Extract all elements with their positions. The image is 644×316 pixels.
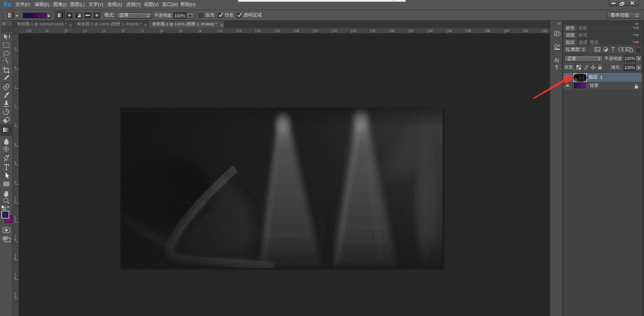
svg-text:(V): (V): [153, 3, 159, 7]
svg-text:24: 24: [352, 29, 356, 33]
svg-text:38: 38: [486, 29, 490, 33]
svg-text:14: 14: [257, 29, 261, 33]
svg-text:-3 @ 100% (: -3 @ 100% (: [165, 22, 187, 27]
svg-text:2: 2: [104, 29, 106, 33]
svg-text:44: 44: [543, 29, 547, 33]
svg-text:10: 10: [219, 29, 223, 33]
svg-text:(W): (W): [171, 3, 178, 7]
svg-text:16: 16: [276, 29, 280, 33]
svg-text:30: 30: [410, 29, 414, 33]
svg-text:8: 8: [14, 276, 16, 279]
svg-text:34: 34: [448, 29, 452, 33]
svg-text:1, RGB/8) *: 1, RGB/8) *: [196, 22, 217, 27]
svg-text:42: 42: [525, 29, 529, 33]
svg-text::: :: [113, 13, 115, 18]
svg-text:(H): (H): [190, 3, 196, 7]
svg-text:-1 @ 100%(RGB/8) *: -1 @ 100%(RGB/8) *: [29, 22, 67, 27]
svg-text:2: 2: [14, 123, 16, 127]
svg-text:6: 6: [180, 29, 182, 33]
svg-text:22: 22: [333, 29, 338, 33]
svg-text::: :: [573, 65, 574, 70]
svg-text:8: 8: [199, 29, 201, 33]
svg-text:20: 20: [314, 29, 318, 33]
svg-text:A|: A|: [555, 57, 559, 63]
svg-text::: :: [622, 56, 623, 61]
svg-text:6: 6: [14, 47, 16, 50]
svg-text:32: 32: [429, 29, 433, 33]
svg-text:6: 6: [66, 29, 68, 33]
svg-text:26: 26: [372, 29, 376, 33]
svg-text:28: 28: [390, 29, 394, 33]
svg-text:4: 4: [161, 29, 163, 33]
svg-text:6: 6: [14, 161, 16, 165]
svg-text:40: 40: [505, 29, 509, 33]
svg-text:6: 6: [14, 257, 16, 260]
svg-text:10: 10: [27, 29, 32, 33]
svg-text:(T): (T): [135, 3, 141, 7]
svg-text:4: 4: [85, 29, 87, 33]
svg-text:-2 @ 100% (: -2 @ 100% (: [89, 22, 112, 27]
svg-text:8: 8: [14, 180, 16, 184]
svg-text:36: 36: [467, 29, 471, 33]
svg-text:4: 4: [14, 238, 16, 241]
svg-text:4: 4: [14, 66, 16, 69]
svg-text:(I): (I): [63, 3, 67, 7]
svg-text:8: 8: [47, 29, 49, 33]
svg-text:(S): (S): [116, 3, 122, 7]
svg-text:0: 0: [123, 29, 125, 33]
svg-text:(F): (F): [24, 3, 30, 7]
svg-text:0: 0: [14, 295, 16, 299]
svg-text:12: 12: [238, 29, 242, 33]
svg-text:¶: ¶: [556, 65, 558, 70]
svg-text:2: 2: [14, 85, 16, 88]
svg-text:(Y): (Y): [98, 3, 103, 7]
svg-text:0: 0: [14, 104, 16, 108]
svg-text:(L): (L): [79, 3, 84, 7]
svg-text::: :: [620, 65, 621, 70]
svg-text:1, RGB/8) *: 1, RGB/8) *: [120, 22, 142, 27]
svg-text:1: 1: [598, 75, 603, 80]
svg-text:2: 2: [142, 29, 144, 33]
svg-text:18: 18: [295, 29, 299, 33]
svg-text:4: 4: [14, 142, 16, 146]
svg-text:0: 0: [14, 200, 16, 203]
svg-text::: :: [171, 13, 172, 18]
svg-text:2: 2: [14, 218, 16, 222]
svg-text:(E): (E): [44, 3, 49, 7]
